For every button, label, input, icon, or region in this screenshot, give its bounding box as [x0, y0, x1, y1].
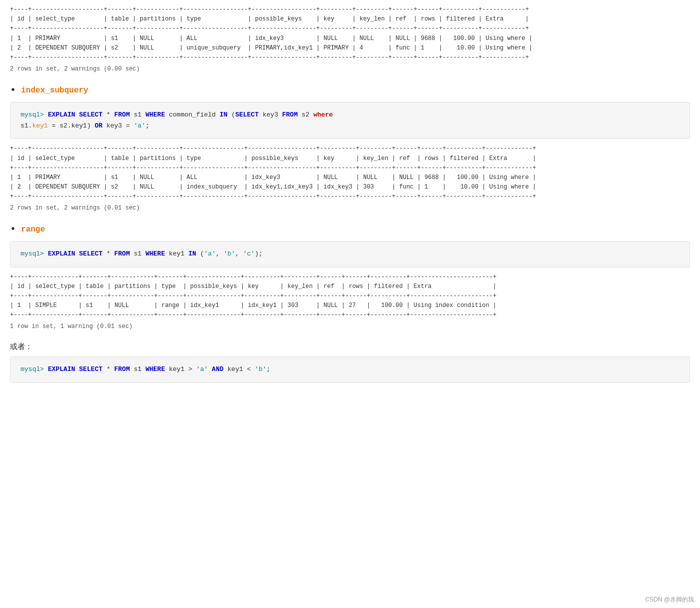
- index-subquery-title: • index_subquery: [10, 84, 690, 96]
- range-label: range: [21, 225, 45, 234]
- top-rows-info: 2 rows in set, 2 warnings (0.00 sec): [10, 66, 690, 72]
- top-section: +----+--------------------+-------+-----…: [10, 5, 690, 72]
- top-table: +----+--------------------+-------+-----…: [10, 5, 690, 62]
- index-subquery-section: • index_subquery mysql> EXPLAIN SELECT *…: [10, 84, 690, 212]
- or-section: 或者： mysql> EXPLAIN SELECT * FROM s1 WHER…: [10, 342, 690, 382]
- index-subquery-rows-info: 2 rows in set, 2 warnings (0.01 sec): [10, 204, 690, 212]
- or-text: 或者：: [10, 342, 690, 352]
- or-code: mysql> EXPLAIN SELECT * FROM s1 WHERE ke…: [10, 356, 690, 382]
- range-section: • range mysql> EXPLAIN SELECT * FROM s1 …: [10, 224, 690, 330]
- range-title: • range: [10, 224, 690, 235]
- index-subquery-table: +----+--------------------+-------+-----…: [10, 144, 690, 202]
- range-table: +----+-------------+-------+------------…: [10, 272, 690, 320]
- index-subquery-code: mysql> EXPLAIN SELECT * FROM s1 WHERE co…: [10, 102, 690, 139]
- index-subquery-label: index_subquery: [21, 86, 88, 95]
- bullet-icon-2: •: [10, 224, 16, 235]
- range-code: mysql> EXPLAIN SELECT * FROM s1 WHERE ke…: [10, 241, 690, 267]
- bullet-icon: •: [10, 84, 16, 96]
- range-rows-info: 1 row in set, 1 warning (0.01 sec): [10, 323, 690, 330]
